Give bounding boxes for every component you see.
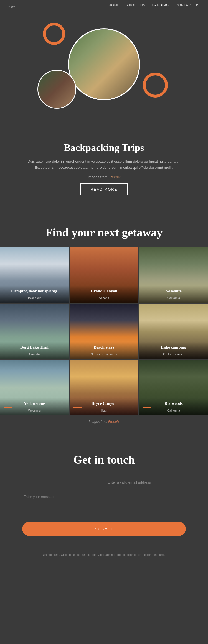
berglake-subtitle: Canada	[4, 352, 65, 356]
lakecamping-overlay: Lake camping Go for a classic	[139, 342, 208, 359]
brycecanyon-overlay: Bryce Canyon Utah	[70, 398, 138, 415]
read-more-button[interactable]: READ MORE	[80, 183, 128, 195]
hotsprings-title: Camping near hot springs	[4, 289, 65, 293]
nav-landing[interactable]: LANDING	[152, 3, 169, 8]
contact-form: SUBMIT	[22, 477, 186, 536]
contact-title: Get in touch	[22, 453, 186, 466]
berglake-divider	[4, 351, 12, 351]
submit-button[interactable]: SUBMIT	[22, 522, 186, 536]
backpacking-title: Backpacking Trips	[22, 142, 186, 154]
grandcanyon-subtitle: Arizona	[73, 296, 135, 300]
lakecamping-divider	[143, 351, 151, 351]
yellowstone-subtitle: Wyoming	[4, 409, 65, 412]
nav-home[interactable]: HOME	[109, 3, 120, 8]
redwoods-subtitle: California	[143, 409, 204, 412]
yellowstone-divider	[4, 407, 12, 408]
hotsprings-overlay: Camping near hot springs Take a dip	[0, 285, 69, 303]
footer-note: Sample text. Click to select the text bo…	[0, 547, 208, 566]
grandcanyon-divider	[73, 295, 82, 295]
header: logo HOME ABOUT US LANDING CONTACT US	[0, 0, 208, 12]
destination-card-yellowstone[interactable]: Yellowstone Wyoming	[0, 360, 69, 415]
orange-ring-top-icon	[43, 23, 65, 45]
contact-section: Get in touch SUBMIT	[0, 436, 208, 547]
nav: HOME ABOUT US LANDING CONTACT US	[109, 3, 200, 8]
yosemite-subtitle: California	[143, 296, 204, 300]
yosemite-title: Yosemite	[143, 289, 204, 293]
lakecamping-subtitle: Go for a classic	[143, 352, 204, 356]
destination-card-beachstays[interactable]: Beach stays Set up by the water	[70, 304, 138, 359]
yosemite-divider	[143, 295, 151, 295]
beachstays-overlay: Beach stays Set up by the water	[70, 342, 138, 359]
yosemite-overlay: Yosemite California	[139, 285, 208, 303]
getaway-title: Find your next getaway	[0, 226, 208, 239]
backpacking-credit: Images from Freepik	[22, 174, 186, 180]
grid-freepik-link[interactable]: Freepik	[108, 420, 119, 424]
destination-card-brycecanyon[interactable]: Bryce Canyon Utah	[70, 360, 138, 415]
email-input[interactable]	[106, 477, 186, 487]
name-input[interactable]	[22, 477, 102, 487]
beachstays-divider	[73, 351, 82, 351]
grandcanyon-title: Grand Canyon	[73, 289, 135, 293]
destination-grid: Camping near hot springs Take a dip Gran…	[0, 247, 208, 415]
lakecamping-title: Lake camping	[143, 345, 204, 350]
beachstays-subtitle: Set up by the water	[73, 352, 135, 356]
redwoods-title: Redwoods	[143, 401, 204, 406]
beachstays-title: Beach stays	[73, 345, 135, 350]
redwoods-overlay: Redwoods California	[139, 398, 208, 415]
destination-card-redwoods[interactable]: Redwoods California	[139, 360, 208, 415]
destination-card-hotsprings[interactable]: Camping near hot springs Take a dip	[0, 247, 69, 303]
hotsprings-divider	[4, 295, 12, 295]
freepik-link[interactable]: Freepik	[108, 175, 120, 179]
hero-small-image	[37, 70, 76, 109]
yellowstone-overlay: Yellowstone Wyoming	[0, 398, 69, 415]
brycecanyon-subtitle: Utah	[73, 409, 135, 412]
getaway-section: Find your next getaway Camping near hot …	[0, 209, 208, 436]
berglake-overlay: Berg Lake Trail Canada	[0, 342, 69, 359]
form-row-top	[22, 477, 186, 487]
redwoods-divider	[143, 407, 151, 408]
hero-section	[0, 12, 208, 131]
orange-ring-bottom-icon	[143, 73, 168, 98]
backpacking-section: Backpacking Trips Duis aute irure dolor …	[0, 131, 208, 209]
yellowstone-title: Yellowstone	[4, 401, 65, 406]
destination-card-lakecamping[interactable]: Lake camping Go for a classic	[139, 304, 208, 359]
grid-credit: Images from Freepik	[0, 415, 208, 428]
nav-about[interactable]: ABOUT US	[126, 3, 146, 8]
destination-card-grandcanyon[interactable]: Grand Canyon Arizona	[70, 247, 138, 303]
brycecanyon-title: Bryce Canyon	[73, 401, 135, 406]
logo: logo	[8, 4, 15, 8]
hero-main-image	[68, 28, 140, 100]
hero-circles	[35, 20, 173, 114]
berglake-title: Berg Lake Trail	[4, 345, 65, 350]
destination-card-yosemite[interactable]: Yosemite California	[139, 247, 208, 303]
message-textarea[interactable]	[22, 492, 186, 514]
hotsprings-subtitle: Take a dip	[4, 296, 65, 300]
grandcanyon-overlay: Grand Canyon Arizona	[70, 285, 138, 303]
brycecanyon-divider	[73, 407, 82, 408]
nav-contact[interactable]: CONTACT US	[176, 3, 200, 8]
backpacking-description: Duis aute irure dolor in reprehenderit i…	[22, 159, 186, 171]
destination-card-berglake[interactable]: Berg Lake Trail Canada	[0, 304, 69, 359]
